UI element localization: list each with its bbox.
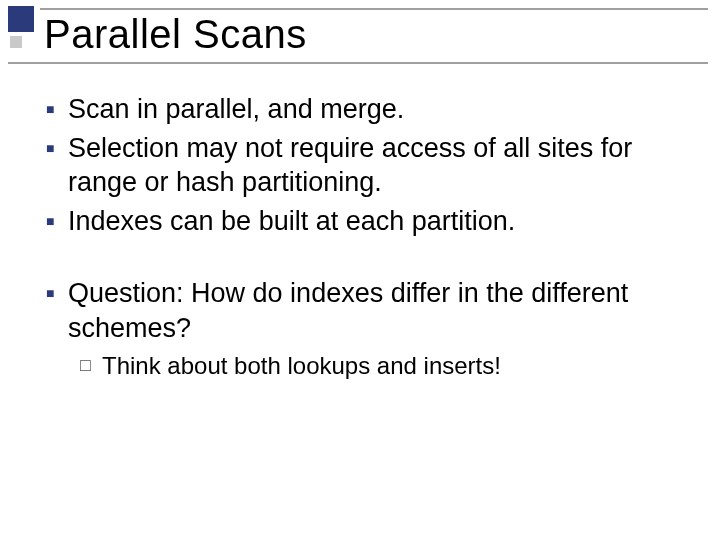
slide: Parallel Scans ■ Scan in parallel, and m…	[0, 0, 720, 540]
rule-under-title	[8, 62, 708, 64]
corner-square-small-icon	[10, 36, 22, 48]
sub-bullet-text: Think about both lookups and inserts!	[102, 351, 680, 382]
slide-body: ■ Scan in parallel, and merge. ■ Selecti…	[46, 92, 680, 382]
bullet-text: Question: How do indexes differ in the d…	[68, 276, 680, 345]
bullet-item: ■ Question: How do indexes differ in the…	[46, 276, 680, 345]
bullet-item: ■ Selection may not require access of al…	[46, 131, 680, 200]
bullet-item: ■ Indexes can be built at each partition…	[46, 204, 680, 239]
square-bullet-icon: ■	[46, 276, 68, 345]
corner-square-large-icon	[8, 6, 34, 32]
square-bullet-icon: ■	[46, 204, 68, 239]
bullet-text: Selection may not require access of all …	[68, 131, 680, 200]
square-bullet-icon: ■	[46, 131, 68, 200]
bullet-text: Indexes can be built at each partition.	[68, 204, 680, 239]
slide-title: Parallel Scans	[44, 12, 700, 57]
bullet-item: ■ Scan in parallel, and merge.	[46, 92, 680, 127]
rule-top	[40, 8, 708, 10]
sub-bullet-item: □ Think about both lookups and inserts!	[80, 351, 680, 382]
spacer	[46, 242, 680, 276]
square-bullet-icon: ■	[46, 92, 68, 127]
bullet-text: Scan in parallel, and merge.	[68, 92, 680, 127]
hollow-square-bullet-icon: □	[80, 351, 102, 382]
